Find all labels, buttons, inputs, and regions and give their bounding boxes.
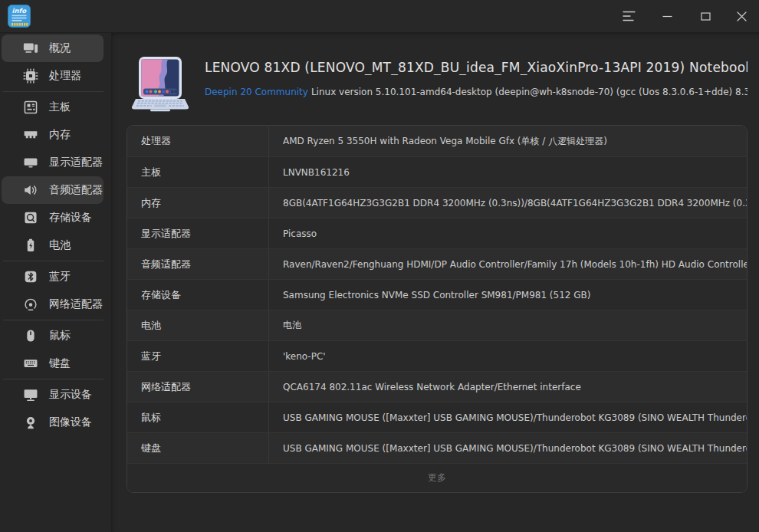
spec-row-value: USB GAMING MOUSE ([Maxxter] USB GAMING M…	[269, 402, 747, 432]
sidebar-item-image-device[interactable]: 图像设备	[2, 409, 104, 436]
spec-row-label: 存储设备	[127, 280, 269, 310]
close-icon	[737, 11, 747, 21]
spec-row-label: 处理器	[127, 126, 269, 156]
spec-row-value: 'keno-PC'	[269, 341, 747, 371]
spec-row: 内存8GB(4ATF1G64HZ3G3G2B1 DDR4 3200MHz (0.…	[127, 187, 747, 218]
spec-row: 显示适配器Picasso	[127, 218, 747, 248]
maximize-icon	[701, 11, 711, 21]
menu-icon	[623, 11, 636, 21]
spec-row-value: Samsung Electronics NVMe SSD Controller …	[269, 280, 747, 310]
sidebar-item-label: 鼠标	[49, 329, 71, 343]
page-title: LENOVO 81XD (LENOVO_MT_81XD_BU_idea_FM_X…	[205, 60, 748, 75]
sidebar-item-bluetooth[interactable]: 蓝牙	[2, 263, 104, 291]
sidebar-item-label: 网络适配器	[49, 297, 103, 311]
sidebar-item-motherboard[interactable]: 主板	[2, 94, 104, 121]
spec-row-value: 8GB(4ATF1G64HZ3G3G2B1 DDR4 3200MHz (0.3n…	[269, 188, 747, 218]
sidebar-item-keyboard[interactable]: 键盘	[2, 350, 104, 377]
spec-row-value: QCA6174 802.11ac Wireless Network Adapte…	[269, 372, 747, 402]
storage-icon	[23, 210, 38, 225]
os-link[interactable]: Deepin 20 Community	[205, 87, 308, 97]
sidebar-separator	[3, 379, 104, 379]
spec-row-label: 网络适配器	[127, 372, 269, 402]
spec-row-label: 鼠标	[127, 402, 269, 432]
sidebar-item-mouse[interactable]: 鼠标	[2, 322, 104, 350]
spec-row-value: 电池	[269, 310, 747, 340]
window-controls	[610, 0, 759, 32]
spec-row: 鼠标USB GAMING MOUSE ([Maxxter] USB GAMING…	[127, 402, 747, 432]
spec-row-label: 主板	[127, 157, 269, 187]
device-manager-window: info	[0, 0, 759, 532]
camera-icon	[23, 415, 38, 430]
mouse-icon	[23, 328, 38, 343]
app-icon: info	[8, 5, 31, 28]
spec-row: 电池电池	[127, 310, 747, 340]
speaker-icon	[23, 182, 38, 198]
cpu-icon	[23, 68, 38, 84]
sidebar-item-label: 显示设备	[49, 388, 92, 402]
sidebar-separator	[3, 91, 104, 92]
spec-row: 存储设备Samsung Electronics NVMe SSD Control…	[127, 279, 747, 310]
sidebar-separator	[3, 320, 104, 320]
spec-row-value: Picasso	[269, 218, 747, 248]
laptop-icon	[129, 53, 192, 116]
spec-row-value: USB GAMING MOUSE ([Maxxter] USB GAMING M…	[269, 433, 747, 463]
sidebar-item-network-adapter[interactable]: 网络适配器	[2, 291, 104, 318]
spec-row: 处理器AMD Ryzen 5 3550H with Radeon Vega Mo…	[127, 126, 747, 156]
kernel-info: Linux version 5.10.101-amd64-desktop (de…	[311, 87, 748, 97]
more-button[interactable]: 更多	[127, 463, 747, 492]
sidebar-item-overview[interactable]: 概况	[2, 34, 104, 62]
overview-header: LENOVO 81XD (LENOVO_MT_81XD_BU_idea_FM_X…	[111, 33, 759, 116]
sidebar: 概况处理器主板内存显示适配器音频适配器存储设备电池蓝牙网络适配器鼠标键盘显示设备…	[0, 33, 111, 532]
sidebar-item-label: 存储设备	[49, 211, 92, 225]
spec-row: 音频适配器Raven/Raven2/Fenghuang HDMI/DP Audi…	[127, 248, 747, 279]
spec-table-rows: 处理器AMD Ryzen 5 3550H with Radeon Vega Mo…	[127, 126, 747, 463]
spec-row-value: Raven/Raven2/Fenghuang HDMI/DP Audio Con…	[269, 249, 747, 279]
battery-icon	[23, 238, 38, 253]
bluetooth-icon	[23, 269, 38, 284]
sidebar-item-processor[interactable]: 处理器	[2, 62, 104, 90]
window-menu-button[interactable]	[610, 0, 648, 32]
sidebar-item-battery[interactable]: 电池	[2, 232, 104, 259]
spec-row: 键盘USB GAMING MOUSE ([Maxxter] USB GAMING…	[127, 432, 747, 463]
sidebar-item-label: 音频适配器	[49, 183, 103, 197]
spec-table: 处理器AMD Ryzen 5 3550H with Radeon Vega Mo…	[127, 125, 748, 493]
sidebar-item-label: 键盘	[49, 356, 71, 370]
spec-row-label: 键盘	[127, 433, 269, 463]
sidebar-item-label: 处理器	[49, 69, 81, 83]
memory-icon	[23, 127, 38, 143]
spec-row: 网络适配器QCA6174 802.11ac Wireless Network A…	[127, 371, 747, 402]
spec-row-label: 电池	[127, 310, 269, 340]
sidebar-item-display-adapter[interactable]: 显示适配器	[2, 149, 104, 176]
os-kernel-line: Deepin 20 CommunityLinux version 5.10.10…	[205, 87, 748, 97]
display-adapter-icon	[23, 155, 38, 170]
sidebar-separator	[3, 261, 104, 261]
sidebar-item-audio-adapter[interactable]: 音频适配器	[2, 176, 104, 204]
sidebar-item-memory[interactable]: 内存	[2, 121, 104, 149]
spec-row-label: 内存	[127, 188, 269, 218]
spec-row-value: LNVNB161216	[269, 157, 747, 187]
main-content: LENOVO 81XD (LENOVO_MT_81XD_BU_idea_FM_X…	[111, 33, 759, 532]
spec-row: 蓝牙'keno-PC'	[127, 340, 747, 371]
network-icon	[23, 297, 38, 312]
sidebar-list: 概况处理器主板内存显示适配器音频适配器存储设备电池蓝牙网络适配器鼠标键盘显示设备…	[0, 34, 111, 436]
titlebar[interactable]: info	[0, 0, 759, 33]
window-body: 概况处理器主板内存显示适配器音频适配器存储设备电池蓝牙网络适配器鼠标键盘显示设备…	[0, 33, 759, 532]
keyboard-icon	[23, 356, 38, 371]
sidebar-item-label: 主板	[49, 100, 71, 114]
app-icon-label: info	[12, 7, 28, 15]
spec-row-label: 音频适配器	[127, 249, 269, 279]
overview-titles: LENOVO 81XD (LENOVO_MT_81XD_BU_idea_FM_X…	[205, 53, 748, 116]
minimize-icon	[662, 11, 672, 21]
sidebar-item-label: 显示适配器	[49, 156, 103, 169]
sidebar-item-display-device[interactable]: 显示设备	[2, 381, 104, 409]
spec-row-value: AMD Ryzen 5 3550H with Radeon Vega Mobil…	[269, 126, 747, 156]
minimize-button[interactable]	[648, 0, 686, 32]
sidebar-item-label: 蓝牙	[49, 270, 71, 284]
monitor-icon	[23, 387, 38, 402]
pc-icon	[23, 41, 38, 56]
motherboard-icon	[23, 100, 38, 115]
close-button[interactable]	[724, 0, 759, 32]
spec-row: 主板LNVNB161216	[127, 156, 747, 187]
maximize-button[interactable]	[686, 0, 724, 32]
sidebar-item-storage[interactable]: 存储设备	[2, 204, 104, 232]
